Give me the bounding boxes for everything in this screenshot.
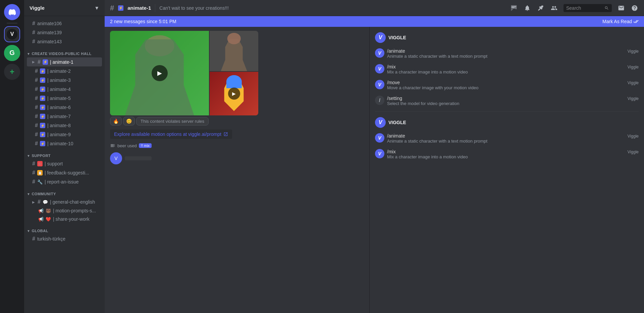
- channel-name: | animate-4: [47, 87, 71, 92]
- server-menu-chevron: ▼: [94, 5, 99, 11]
- mark-as-read-button[interactable]: Mark As Read: [602, 19, 639, 24]
- slash-setting-icon: /: [375, 96, 384, 105]
- command-move-desc: Move a character image with your motion …: [387, 85, 478, 90]
- channel-item-animate-6[interactable]: # ⚡ | animate-6: [27, 103, 102, 112]
- media-section: ▶ ▶: [105, 27, 369, 115]
- play-button-bottom-right[interactable]: ▶: [228, 88, 240, 100]
- channel-name: | feedback-suggesti...: [45, 170, 89, 175]
- channel-item-animate-2[interactable]: # ⚡ | animate-2: [27, 67, 102, 75]
- cartoon-head: [226, 75, 241, 88]
- channel-item-support[interactable]: # 🛈 | support: [27, 159, 102, 168]
- beer-used-row: beer used !! mix: [105, 142, 369, 150]
- video-cell-top-right[interactable]: [210, 31, 258, 71]
- play-button-large[interactable]: ▶: [152, 65, 168, 81]
- reaction-smile[interactable]: 😊: [123, 117, 135, 125]
- hash-icon: #: [35, 132, 38, 138]
- channel-item-animate-7[interactable]: # ⚡ | animate-7: [27, 112, 102, 121]
- command-mix-2[interactable]: V /mix Mix a character image into a moti…: [370, 146, 644, 162]
- add-server-button[interactable]: +: [4, 64, 20, 80]
- video-cell-large[interactable]: ▶: [110, 31, 209, 115]
- channel-item-animate-8[interactable]: # ⚡ | animate-8: [27, 121, 102, 130]
- server-icon-viggle[interactable]: V: [4, 26, 20, 42]
- notification-icon-btn[interactable]: [523, 4, 531, 12]
- external-link-icon: [223, 132, 228, 137]
- slash-command-icon: [110, 143, 115, 148]
- channel-header-hash-icon: #: [110, 4, 114, 12]
- inbox-icon-btn[interactable]: [617, 4, 625, 12]
- discord-home-button[interactable]: [4, 4, 20, 20]
- channel-item-general-chat[interactable]: ▶ # 💬 | general-chat-english: [27, 198, 102, 206]
- bot-avatar-2: V: [375, 117, 386, 128]
- category-label: CREATE VIDEOS-PUBLIC HALL: [32, 52, 92, 56]
- channel-item-animate-10[interactable]: # ⚡ | animate-10: [27, 139, 102, 148]
- command-move-1[interactable]: V /move Move a character image with your…: [370, 77, 644, 93]
- channel-item-share-work[interactable]: 📢 ❤️ | share-your-work: [27, 215, 102, 223]
- channel-badge: 📋: [37, 170, 43, 175]
- category-support[interactable]: ▼ SUPPORT: [24, 148, 105, 159]
- channel-badge: ⚡: [40, 105, 45, 110]
- channel-sidebar: Viggle ▼ # animate106 # animate139 # ani…: [24, 0, 105, 313]
- channel-header-special-icon: ⚡: [118, 5, 123, 11]
- members-icon-btn[interactable]: [550, 4, 558, 12]
- explore-link[interactable]: Explore available motion options at vigg…: [110, 129, 232, 139]
- channel-item-animate106[interactable]: # animate106: [27, 19, 102, 28]
- command-animate-1[interactable]: V /animate Animate a static character wi…: [370, 46, 644, 61]
- viggle-move-icon: V: [375, 80, 384, 89]
- command-mix-name: /mix: [387, 64, 468, 69]
- channel-item-animate-3[interactable]: # ⚡ | animate-3: [27, 76, 102, 85]
- category-community[interactable]: ▼ COMMUNITY: [24, 187, 105, 197]
- channel-item-motion-prompts[interactable]: 📢 🐻 | motion-prompts-s...: [27, 207, 102, 215]
- category-create-videos[interactable]: ▼ CREATE VIDEOS-PUBLIC HALL: [24, 46, 105, 57]
- search-input[interactable]: [566, 5, 602, 11]
- channel-name: animate139: [37, 30, 62, 35]
- command-animate-2-desc: Animate a static character with a text m…: [387, 139, 487, 144]
- channel-item-animate-5[interactable]: # ⚡ | animate-5: [27, 94, 102, 103]
- channel-name: | share-your-work: [53, 216, 90, 222]
- hash-icon: #: [32, 161, 35, 167]
- channel-item-report[interactable]: # 🔧 | report-an-issue: [27, 177, 102, 186]
- bot-header-1: V VIGGLE: [370, 30, 644, 46]
- channel-item-animate-1[interactable]: ▶ # ⚡ | animate-1 👤: [27, 57, 102, 66]
- channel-item-animate139[interactable]: # animate139: [27, 28, 102, 37]
- content-violation-button[interactable]: This content violates server rules: [136, 117, 209, 125]
- command-setting-1[interactable]: / /setting Select the model for video ge…: [370, 93, 644, 109]
- hash-icon: #: [32, 179, 35, 185]
- video-cell-bottom-right[interactable]: ▶: [210, 72, 258, 115]
- bot-avatar-label-2: V: [379, 119, 382, 125]
- command-animate-2[interactable]: V /animate Animate a static character wi…: [370, 131, 644, 146]
- thread-icon-btn[interactable]: [510, 4, 518, 12]
- category-global[interactable]: ▼ GLOBAL: [24, 223, 105, 234]
- hash-icon: #: [35, 141, 38, 147]
- channel-name: | support: [45, 161, 63, 166]
- channel-badge: ⚡: [40, 141, 45, 146]
- command-move-info: /move Move a character image with your m…: [387, 80, 478, 90]
- message-avatar-1: V: [110, 152, 122, 164]
- bot-avatar-label: V: [379, 35, 382, 41]
- command-setting-bot: Viggle: [628, 96, 639, 101]
- content-area: ▶ ▶ 🔥: [105, 27, 644, 313]
- mark-as-read-label: Mark As Read: [602, 19, 632, 24]
- command-mix-1[interactable]: V /mix Mix a character image into a moti…: [370, 61, 644, 77]
- pin-icon-btn[interactable]: [537, 4, 545, 12]
- server-icon-green[interactable]: G: [4, 45, 20, 61]
- mix-badge[interactable]: !! mix: [139, 143, 152, 148]
- mark-read-icon: [633, 19, 639, 24]
- new-messages-text: 2 new messages since 5:01 PM: [110, 19, 176, 24]
- channel-name: | animate-10: [47, 141, 73, 146]
- channel-item-feedback[interactable]: # 📋 | feedback-suggesti...: [27, 168, 102, 177]
- channel-name: | animate-8: [47, 123, 71, 128]
- channel-item-animate-9[interactable]: # ⚡ | animate-9: [27, 130, 102, 139]
- channel-name: | report-an-issue: [45, 179, 79, 185]
- command-animate-desc: Animate a static character with a text m…: [387, 54, 487, 59]
- hash-icon: #: [38, 59, 41, 65]
- channel-item-turkish[interactable]: # turkish-türkçe: [27, 234, 102, 243]
- channel-badge: 📢: [38, 208, 44, 213]
- reaction-fire[interactable]: 🔥: [110, 117, 122, 125]
- channel-item-animate-4[interactable]: # ⚡ | animate-4: [27, 85, 102, 94]
- server-header[interactable]: Viggle ▼: [24, 0, 105, 16]
- channel-item-animate143[interactable]: # animate143: [27, 37, 102, 46]
- channel-name: | animate-3: [47, 77, 71, 83]
- help-icon-btn[interactable]: [631, 4, 639, 12]
- channel-name: | motion-prompts-s...: [53, 208, 96, 213]
- search-bar[interactable]: [564, 4, 612, 12]
